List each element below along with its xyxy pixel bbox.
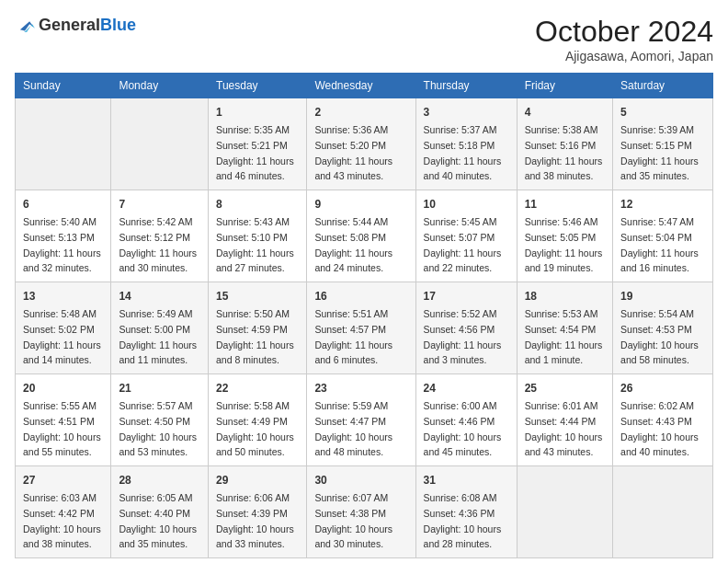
calendar-cell — [613, 466, 713, 558]
daylight-info: Daylight: 11 hours and 11 minutes. — [119, 339, 197, 366]
day-number: 21 — [119, 380, 200, 396]
calendar-cell — [111, 98, 209, 190]
day-number: 20 — [23, 380, 103, 396]
calendar-cell: 18 Sunrise: 5:53 AM Sunset: 4:54 PM Dayl… — [517, 282, 612, 374]
day-number: 30 — [314, 472, 407, 488]
daylight-info: Daylight: 11 hours and 16 minutes. — [620, 247, 699, 274]
daylight-info: Daylight: 11 hours and 30 minutes. — [119, 247, 197, 274]
daylight-info: Daylight: 10 hours and 35 minutes. — [119, 523, 197, 550]
day-number: 8 — [216, 196, 299, 213]
sunset-info: Sunset: 4:44 PM — [525, 416, 597, 427]
sunset-info: Sunset: 5:20 PM — [314, 140, 386, 151]
sunset-info: Sunset: 5:10 PM — [216, 232, 288, 243]
sunset-info: Sunset: 4:49 PM — [216, 416, 288, 427]
sunrise-info: Sunrise: 5:51 AM — [314, 308, 388, 319]
sunset-info: Sunset: 4:36 PM — [424, 508, 495, 519]
sunrise-info: Sunrise: 6:06 AM — [216, 492, 290, 503]
daylight-info: Daylight: 11 hours and 22 minutes. — [424, 247, 502, 274]
sunset-info: Sunset: 4:40 PM — [119, 508, 190, 519]
calendar-cell: 15 Sunrise: 5:50 AM Sunset: 4:59 PM Dayl… — [209, 282, 307, 374]
logo-general: General — [39, 17, 100, 33]
day-number: 19 — [620, 288, 705, 304]
day-number: 5 — [620, 104, 705, 121]
calendar-cell: 22 Sunrise: 5:58 AM Sunset: 4:49 PM Dayl… — [209, 374, 307, 466]
logo-icon — [15, 15, 35, 35]
week-row-2: 6 Sunrise: 5:40 AM Sunset: 5:13 PM Dayli… — [16, 190, 713, 282]
sunrise-info: Sunrise: 6:07 AM — [314, 492, 388, 503]
sunset-info: Sunset: 4:38 PM — [314, 508, 386, 519]
day-number: 27 — [23, 472, 103, 488]
logo: General Blue — [15, 15, 136, 35]
calendar-cell: 12 Sunrise: 5:47 AM Sunset: 5:04 PM Dayl… — [613, 190, 713, 282]
day-number: 24 — [424, 380, 509, 396]
sunrise-info: Sunrise: 5:59 AM — [314, 400, 388, 411]
sunrise-info: Sunrise: 5:54 AM — [620, 308, 694, 319]
daylight-info: Daylight: 11 hours and 35 minutes. — [620, 155, 699, 182]
calendar-cell: 3 Sunrise: 5:37 AM Sunset: 5:18 PM Dayli… — [415, 98, 517, 190]
day-number: 18 — [525, 288, 605, 304]
daylight-info: Daylight: 10 hours and 58 minutes. — [620, 339, 699, 366]
day-number: 29 — [216, 472, 299, 488]
day-number: 25 — [525, 380, 605, 396]
calendar-cell: 13 Sunrise: 5:48 AM Sunset: 5:02 PM Dayl… — [16, 282, 111, 374]
sunset-info: Sunset: 4:42 PM — [23, 508, 95, 519]
week-row-3: 13 Sunrise: 5:48 AM Sunset: 5:02 PM Dayl… — [16, 282, 713, 374]
sunrise-info: Sunrise: 5:50 AM — [216, 308, 290, 319]
sunrise-info: Sunrise: 5:57 AM — [119, 400, 192, 411]
sunset-info: Sunset: 5:16 PM — [525, 140, 597, 151]
header-monday: Monday — [111, 74, 209, 98]
day-number: 11 — [525, 196, 605, 213]
sunrise-info: Sunrise: 6:02 AM — [620, 400, 694, 411]
sunset-info: Sunset: 5:07 PM — [424, 232, 495, 243]
week-row-4: 20 Sunrise: 5:55 AM Sunset: 4:51 PM Dayl… — [16, 374, 713, 466]
daylight-info: Daylight: 10 hours and 28 minutes. — [424, 523, 502, 550]
sunset-info: Sunset: 5:04 PM — [620, 232, 692, 243]
daylight-info: Daylight: 10 hours and 50 minutes. — [216, 431, 294, 458]
day-number: 2 — [314, 104, 407, 121]
sunset-info: Sunset: 4:59 PM — [216, 324, 288, 335]
calendar-cell: 17 Sunrise: 5:52 AM Sunset: 4:56 PM Dayl… — [415, 282, 517, 374]
calendar-cell: 26 Sunrise: 6:02 AM Sunset: 4:43 PM Dayl… — [613, 374, 713, 466]
sunrise-info: Sunrise: 5:53 AM — [525, 308, 598, 319]
calendar-cell: 29 Sunrise: 6:06 AM Sunset: 4:39 PM Dayl… — [209, 466, 307, 558]
week-row-1: 1 Sunrise: 5:35 AM Sunset: 5:21 PM Dayli… — [16, 98, 713, 190]
day-number: 23 — [314, 380, 407, 396]
day-number: 15 — [216, 288, 299, 304]
daylight-info: Daylight: 10 hours and 38 minutes. — [23, 523, 101, 550]
sunrise-info: Sunrise: 5:38 AM — [525, 124, 598, 135]
calendar-cell: 28 Sunrise: 6:05 AM Sunset: 4:40 PM Dayl… — [111, 466, 209, 558]
daylight-info: Daylight: 11 hours and 46 minutes. — [216, 155, 294, 182]
sunrise-info: Sunrise: 5:35 AM — [216, 124, 290, 135]
header-thursday: Thursday — [415, 74, 517, 98]
calendar-cell: 25 Sunrise: 6:01 AM Sunset: 4:44 PM Dayl… — [517, 374, 612, 466]
sunset-info: Sunset: 4:57 PM — [314, 324, 386, 335]
sunrise-info: Sunrise: 5:43 AM — [216, 216, 290, 227]
sunrise-info: Sunrise: 5:44 AM — [314, 216, 388, 227]
daylight-info: Daylight: 11 hours and 38 minutes. — [525, 155, 603, 182]
sunset-info: Sunset: 5:02 PM — [23, 324, 95, 335]
day-number: 4 — [525, 104, 605, 121]
day-number: 26 — [620, 380, 705, 396]
calendar-cell: 6 Sunrise: 5:40 AM Sunset: 5:13 PM Dayli… — [16, 190, 111, 282]
calendar-cell — [16, 98, 111, 190]
sunrise-info: Sunrise: 5:58 AM — [216, 400, 290, 411]
daylight-info: Daylight: 11 hours and 40 minutes. — [424, 155, 502, 182]
calendar-table: SundayMondayTuesdayWednesdayThursdayFrid… — [15, 73, 713, 558]
day-number: 22 — [216, 380, 299, 396]
sunrise-info: Sunrise: 5:45 AM — [424, 216, 497, 227]
sunrise-info: Sunrise: 6:03 AM — [23, 492, 97, 503]
header-wednesday: Wednesday — [307, 74, 415, 98]
daylight-info: Daylight: 11 hours and 24 minutes. — [314, 247, 392, 274]
sunrise-info: Sunrise: 5:48 AM — [23, 308, 97, 319]
daylight-info: Daylight: 11 hours and 27 minutes. — [216, 247, 294, 274]
calendar-header-row: SundayMondayTuesdayWednesdayThursdayFrid… — [16, 74, 713, 98]
daylight-info: Daylight: 10 hours and 30 minutes. — [314, 523, 392, 550]
week-row-5: 27 Sunrise: 6:03 AM Sunset: 4:42 PM Dayl… — [16, 466, 713, 558]
day-number: 6 — [23, 196, 103, 213]
daylight-info: Daylight: 10 hours and 48 minutes. — [314, 431, 392, 458]
daylight-info: Daylight: 10 hours and 53 minutes. — [119, 431, 197, 458]
sunrise-info: Sunrise: 5:52 AM — [424, 308, 497, 319]
calendar-cell: 16 Sunrise: 5:51 AM Sunset: 4:57 PM Dayl… — [307, 282, 415, 374]
daylight-info: Daylight: 11 hours and 1 minute. — [525, 339, 603, 366]
day-number: 10 — [424, 196, 509, 213]
